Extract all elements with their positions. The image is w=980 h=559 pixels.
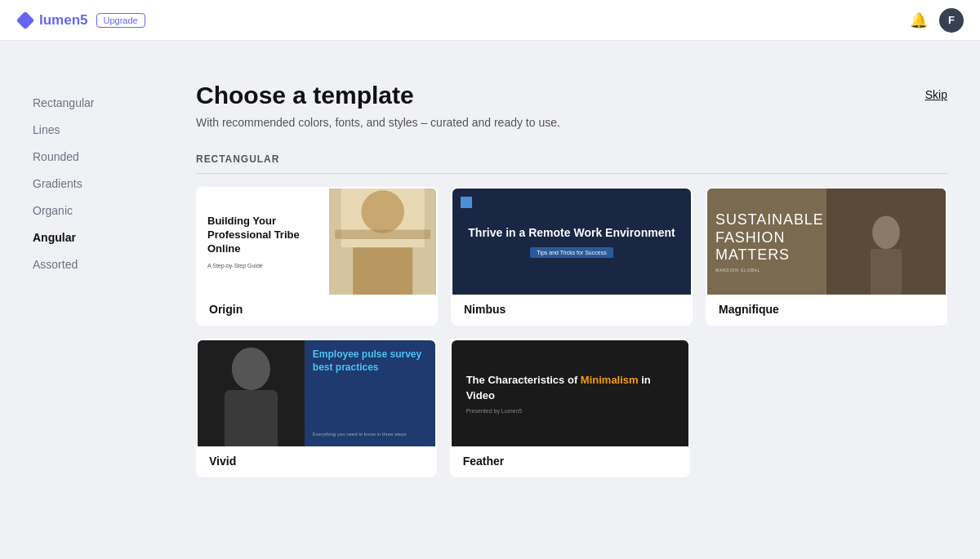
origin-title: Building Your Professional Tribe Online xyxy=(207,215,319,256)
origin-right xyxy=(329,189,436,295)
sidebar-item-rectangular[interactable]: Rectangular xyxy=(33,90,147,117)
origin-sub: A Step-by-Step Guide xyxy=(207,263,319,268)
upgrade-badge[interactable]: Upgrade xyxy=(96,13,145,28)
logo-text: lumen5 xyxy=(39,12,88,29)
feather-title: The Characteristics of Minimalism in Vid… xyxy=(466,373,675,402)
template-card-origin[interactable]: Building Your Professional Tribe Online … xyxy=(196,187,438,326)
template-card-magnifique[interactable]: SUSTAINABLEFASHIONMATTERS MANSION GLOBAL… xyxy=(706,187,947,326)
skip-link[interactable]: Skip xyxy=(925,88,947,101)
layout: Rectangular Lines Rounded Gradients Orga… xyxy=(0,41,980,559)
header: lumen5 Upgrade 🔔 F xyxy=(0,0,980,41)
page-title: Choose a template xyxy=(196,82,560,109)
svg-point-8 xyxy=(872,216,900,249)
sidebar-item-organic[interactable]: Organic xyxy=(33,197,147,224)
template-thumbnail-magnifique: SUSTAINABLEFASHIONMATTERS MANSION GLOBAL xyxy=(707,189,946,295)
sidebar-item-lines[interactable]: Lines xyxy=(33,117,147,144)
template-card-feather[interactable]: The Characteristics of Minimalism in Vid… xyxy=(450,339,691,477)
vivid-title: Employee pulse survey best practices xyxy=(313,348,427,374)
magnifique-sub: MANSION GLOBAL xyxy=(715,267,824,272)
sidebar-item-gradients[interactable]: Gradients xyxy=(33,171,147,197)
sidebar-item-rounded[interactable]: Rounded xyxy=(33,144,147,171)
vivid-right: Employee pulse survey best practices Eve… xyxy=(305,340,435,446)
nimbus-badge: Tips and Tricks for Success xyxy=(530,247,612,258)
origin-left: Building Your Professional Tribe Online … xyxy=(198,189,329,295)
page-subtitle: With recommended colors, fonts, and styl… xyxy=(196,116,560,129)
magnifique-text: SUSTAINABLEFASHIONMATTERS MANSION GLOBAL xyxy=(715,211,824,273)
templates-grid-row2: Employee pulse survey best practices Eve… xyxy=(196,339,690,477)
logo-icon xyxy=(16,11,34,29)
vivid-sub: Everything you need to know in three ste… xyxy=(313,431,427,438)
template-thumbnail-nimbus: Thrive in a Remote Work Environment Tips… xyxy=(452,189,691,295)
vivid-left xyxy=(198,340,305,446)
logo[interactable]: lumen5 xyxy=(16,11,88,29)
feather-highlight: Minimalism xyxy=(581,374,639,386)
header-right: 🔔 F xyxy=(910,8,964,33)
template-name-feather: Feather xyxy=(452,446,689,476)
vivid-person xyxy=(198,340,305,446)
svg-rect-0 xyxy=(16,11,34,29)
svg-rect-5 xyxy=(335,229,430,239)
template-thumbnail-origin: Building Your Professional Tribe Online … xyxy=(198,189,436,295)
notification-icon[interactable]: 🔔 xyxy=(910,11,928,29)
template-card-nimbus[interactable]: Thrive in a Remote Work Environment Tips… xyxy=(451,187,693,326)
nimbus-title: Thrive in a Remote Work Environment xyxy=(466,225,678,242)
sidebar: Rectangular Lines Rounded Gradients Orga… xyxy=(0,41,163,559)
templates-grid-row1: Building Your Professional Tribe Online … xyxy=(196,187,947,326)
svg-point-11 xyxy=(232,348,270,390)
nimbus-accent xyxy=(461,197,472,208)
svg-rect-9 xyxy=(871,249,902,295)
section-label: RECTANGULAR xyxy=(196,153,947,174)
feather-sub: Presented by Lumen5 xyxy=(466,408,675,414)
main-header: Choose a template With recommended color… xyxy=(196,82,947,129)
svg-rect-12 xyxy=(225,390,278,446)
avatar[interactable]: F xyxy=(939,8,964,33)
title-group: Choose a template With recommended color… xyxy=(196,82,560,129)
template-thumbnail-feather: The Characteristics of Minimalism in Vid… xyxy=(452,340,689,446)
template-name-vivid: Vivid xyxy=(198,446,435,476)
svg-point-3 xyxy=(361,190,404,233)
main-content: Choose a template With recommended color… xyxy=(163,41,980,559)
magnifique-title: SUSTAINABLEFASHIONMATTERS xyxy=(715,211,824,264)
sidebar-item-angular[interactable]: Angular xyxy=(33,224,147,251)
origin-image xyxy=(329,189,436,295)
magnifique-bg: SUSTAINABLEFASHIONMATTERS MANSION GLOBAL xyxy=(707,189,946,295)
header-left: lumen5 Upgrade xyxy=(16,11,145,29)
template-name-origin: Origin xyxy=(198,295,436,324)
template-name-nimbus: Nimbus xyxy=(452,295,691,324)
sidebar-item-assorted[interactable]: Assorted xyxy=(33,251,147,278)
template-card-vivid[interactable]: Employee pulse survey best practices Eve… xyxy=(196,339,437,477)
template-thumbnail-vivid: Employee pulse survey best practices Eve… xyxy=(198,340,435,446)
template-name-magnifique: Magnifique xyxy=(707,295,946,324)
svg-rect-4 xyxy=(353,247,412,295)
